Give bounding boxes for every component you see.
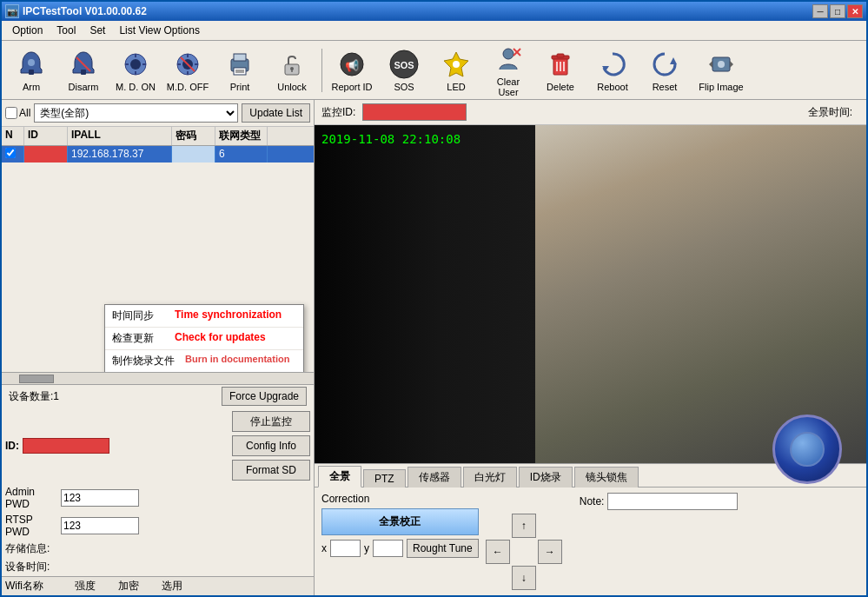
y-input[interactable] [373, 540, 403, 557]
ctx-burn-doc-chinese: 制作烧录文件 [112, 354, 175, 368]
close-button[interactable]: ✕ [847, 4, 863, 18]
id-row: ID: 停止监控 Config Info Format SD [2, 408, 314, 484]
note-input[interactable] [607, 493, 738, 510]
report-id-button[interactable]: 📢 Report ID [328, 47, 376, 94]
horizontal-scrollbar[interactable] [2, 372, 314, 384]
up-button[interactable]: ↑ [512, 514, 536, 538]
md-on-label: M. D. ON [116, 82, 156, 92]
tab-ptz[interactable]: PTZ [363, 469, 406, 488]
config-info-button[interactable]: Config Info [232, 435, 310, 456]
print-button[interactable]: Print [215, 47, 264, 94]
device-count-row: 设备数量:1 Force Upgrade [2, 384, 314, 408]
maximize-button[interactable]: □ [830, 4, 845, 18]
device-table[interactable]: 192.168.178.37 6 时间同步 Time synchronizati… [2, 146, 314, 372]
left-button[interactable]: ← [486, 540, 510, 564]
clear-user-button[interactable]: Clear User [484, 42, 533, 99]
ctx-burn-doc-english: Burn in documentation [185, 354, 289, 368]
title-controls: ─ □ ✕ [812, 4, 863, 18]
ctx-time-sync[interactable]: 时间同步 Time synchronization [105, 305, 303, 328]
tab-white-light[interactable]: 白光灯 [463, 467, 517, 488]
window-title: IPCTestTool V01.00.00.62 [23, 5, 812, 17]
menu-list-view[interactable]: List View Options [112, 23, 207, 38]
tab-panorama[interactable]: 全景 [318, 466, 361, 488]
flip-image-icon [706, 49, 737, 80]
menu-set[interactable]: Set [83, 23, 112, 38]
right-button[interactable]: → [538, 540, 562, 564]
menu-tool[interactable]: Tool [50, 23, 83, 38]
arm-button[interactable]: Arm [7, 47, 56, 94]
title-bar: 📷 IPCTestTool V01.00.00.62 ─ □ ✕ [2, 2, 866, 21]
update-list-button[interactable]: Update List [242, 103, 310, 123]
disarm-button[interactable]: Disarm [59, 47, 108, 94]
joystick[interactable] [772, 415, 842, 484]
ctx-check-updates[interactable]: 检查更新 Check for updates [105, 328, 303, 350]
rtsp-pwd-row: RTSP PWD [2, 512, 314, 540]
admin-pwd-input[interactable] [61, 489, 139, 507]
tab-sensor[interactable]: 传感器 [407, 467, 461, 488]
left-panel: All 类型(全部) 类型(IPC) 类型(NVR) Update List N… [2, 100, 315, 595]
md-off-icon [172, 49, 203, 80]
tab-id-burn[interactable]: ID烧录 [519, 467, 573, 488]
menu-option[interactable]: Option [5, 23, 50, 38]
id-input[interactable] [23, 438, 109, 454]
md-on-button[interactable]: M. D. ON [111, 47, 160, 94]
rtsp-pwd-input[interactable] [61, 517, 139, 534]
sos-button[interactable]: SOS SOS [380, 47, 428, 94]
led-button[interactable]: LED [432, 47, 480, 94]
rtsp-pwd-label: RTSP PWD [5, 514, 57, 538]
svg-point-30 [453, 61, 460, 68]
down-button[interactable]: ↓ [512, 566, 536, 590]
svg-rect-0 [29, 70, 34, 75]
report-id-icon: 📢 [336, 49, 368, 80]
stop-monitor-button[interactable]: 停止监控 [232, 411, 310, 432]
svg-text:📢: 📢 [345, 58, 360, 73]
arm-label: Arm [23, 82, 40, 92]
svg-rect-19 [234, 68, 246, 75]
joystick-inner [790, 432, 825, 467]
minimize-button[interactable]: ─ [812, 4, 828, 18]
rough-tune-button[interactable]: Rought Tune [407, 539, 479, 558]
reboot-icon [597, 49, 628, 80]
all-checkbox[interactable] [5, 107, 17, 119]
monitor-id-input[interactable] [362, 103, 467, 121]
video-timestamp: 2019-11-08 22:10:08 [321, 132, 461, 146]
app-icon: 📷 [5, 4, 19, 18]
empty-top-right [538, 514, 562, 538]
ctx-burn-doc[interactable]: 制作烧录文件 Burn in documentation (Yandex) / … [105, 350, 303, 372]
reboot-button[interactable]: Reboot [588, 47, 637, 94]
empty-center [512, 540, 536, 564]
row-checkbox[interactable] [5, 148, 16, 158]
ctx-time-sync-english: Time synchronization [175, 308, 282, 323]
cell-id [24, 146, 68, 163]
video-dark-area [315, 125, 563, 463]
led-label: LED [447, 82, 465, 92]
tab-lens-lock[interactable]: 镜头锁焦 [574, 467, 639, 488]
wifi-col-strength: 强度 [75, 579, 118, 594]
flip-image-button[interactable]: Flip Image [692, 47, 750, 94]
force-upgrade-button[interactable]: Force Upgrade [222, 387, 307, 406]
table-header: N ID IPALL 密码 联网类型 [2, 127, 314, 146]
x-label: x [321, 542, 327, 554]
col-id: ID [24, 127, 68, 145]
delete-button[interactable]: Delete [536, 47, 585, 94]
col-type: 联网类型 [215, 127, 268, 145]
empty-bottom-left [486, 566, 510, 590]
admin-pwd-row: Admin PWD [2, 484, 314, 512]
svg-rect-36 [557, 54, 564, 57]
unlock-button[interactable]: Unlock [268, 47, 316, 94]
md-off-button[interactable]: M.D. OFF [163, 47, 212, 94]
scrollbar-thumb[interactable] [19, 375, 54, 383]
id-label: ID: [5, 440, 19, 452]
y-label: y [364, 542, 369, 554]
panorama-correction-button[interactable]: 全景校正 [321, 508, 479, 535]
cell-pwd [172, 146, 215, 163]
main-area: All 类型(全部) 类型(IPC) 类型(NVR) Update List N… [2, 100, 866, 595]
reset-button[interactable]: Reset [640, 47, 689, 94]
x-input[interactable] [330, 540, 361, 557]
table-row[interactable]: 192.168.178.37 6 [2, 146, 314, 163]
admin-pwd-label: Admin PWD [5, 486, 57, 510]
storage-row: 存储信息: [2, 540, 314, 558]
type-select[interactable]: 类型(全部) 类型(IPC) 类型(NVR) [34, 103, 238, 123]
clear-user-icon [493, 43, 524, 75]
format-sd-button[interactable]: Format SD [232, 460, 310, 481]
